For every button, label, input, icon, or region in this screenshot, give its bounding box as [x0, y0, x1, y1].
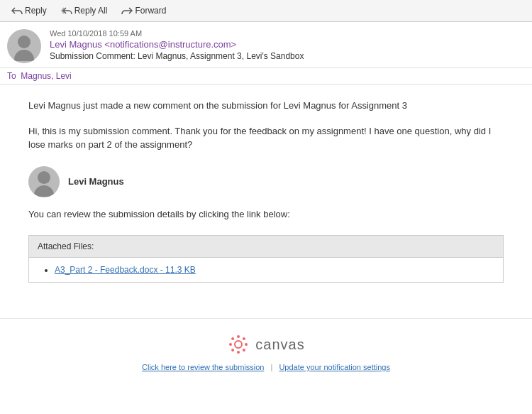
reply-icon [11, 5, 23, 16]
svg-point-2 [237, 351, 240, 354]
to-recipients: Magnus, Levi [21, 71, 71, 81]
attached-files-box: Attached Files: A3_Part 2 - Feedback.doc… [28, 235, 504, 283]
sender-avatar [7, 29, 41, 63]
canvas-footer: canvas Click here to review the submissi… [0, 318, 532, 378]
svg-point-0 [235, 341, 242, 348]
canvas-logo: canvas [7, 333, 525, 356]
email-to-line: To Magnus, Levi [0, 68, 532, 85]
attached-files-header: Attached Files: [29, 236, 503, 258]
commenter-name: Levi Magnus [68, 175, 124, 189]
svg-point-1 [237, 335, 240, 338]
notification-settings-link[interactable]: Update your notification settings [279, 363, 390, 371]
attached-files-content: A3_Part 2 - Feedback.docx - 11.3 KB [29, 258, 503, 282]
reply-button[interactable]: Reply [6, 3, 52, 18]
svg-point-7 [243, 337, 245, 340]
canvas-icon [227, 333, 250, 356]
body-intro: Levi Magnus just made a new comment on t… [28, 99, 504, 113]
commenter-block: Levi Magnus [28, 166, 504, 197]
svg-point-4 [245, 343, 248, 346]
file-link[interactable]: A3_Part 2 - Feedback.docx - 11.3 KB [55, 265, 196, 275]
body-comment: Hi, this is my submission comment. Thank… [28, 124, 504, 152]
canvas-wordmark: canvas [255, 337, 304, 353]
forward-button[interactable]: Forward [116, 3, 172, 18]
svg-point-5 [231, 337, 234, 340]
body-review-text: You can review the submission details by… [28, 207, 504, 222]
email-header: Wed 10/10/2018 10:59 AM Levi Magnus <not… [0, 22, 532, 68]
review-submission-link[interactable]: Click here to review the submission [142, 363, 264, 371]
svg-point-8 [231, 349, 234, 352]
email-subject: Submission Comment: Levi Magnus, Assignm… [50, 51, 525, 61]
link-divider: | [271, 363, 273, 371]
canvas-links: Click here to review the submission | Up… [7, 363, 525, 371]
email-date: Wed 10/10/2018 10:59 AM [50, 29, 525, 38]
email-body: Levi Magnus just made a new comment on t… [0, 85, 532, 311]
reply-all-button[interactable]: Reply All [55, 3, 113, 18]
forward-icon [121, 5, 133, 16]
to-label: To [7, 71, 16, 81]
email-toolbar: Reply Reply All Forward [0, 0, 532, 22]
svg-point-3 [229, 343, 232, 346]
email-from: Levi Magnus <notifications@instructure.c… [50, 39, 525, 50]
commenter-avatar [28, 166, 60, 197]
reply-all-icon [61, 5, 72, 16]
svg-point-6 [243, 349, 245, 352]
email-meta: Wed 10/10/2018 10:59 AM Levi Magnus <not… [50, 29, 525, 63]
